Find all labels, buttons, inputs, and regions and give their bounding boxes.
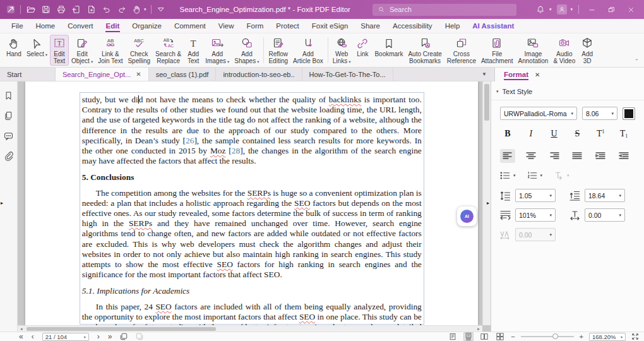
ribbon-edit-object-button[interactable]: EditObject▾: [69, 35, 95, 66]
numbered-list-button[interactable]: ▾: [527, 171, 543, 180]
align-left-button[interactable]: [500, 149, 515, 163]
bell-icon[interactable]: [535, 4, 546, 15]
indent-increase-button[interactable]: [593, 149, 608, 163]
align-center-button[interactable]: [523, 149, 539, 163]
format-panel-close-icon[interactable]: ✕: [535, 71, 540, 78]
redo-icon[interactable]: [116, 4, 127, 15]
scroll-left-icon[interactable]: ◂: [18, 326, 25, 332]
next-page-button[interactable]: ›: [97, 332, 100, 341]
ribbon-edit-text-button[interactable]: TEditText: [50, 35, 69, 66]
fullscreen-icon[interactable]: [631, 333, 639, 340]
attachments-nav-icon[interactable]: [3, 151, 14, 162]
last-page-button[interactable]: »: [108, 332, 112, 341]
ribbon-cross-reference-button[interactable]: CrossReference: [444, 35, 479, 66]
horizontal-scrollbar-thumb[interactable]: [27, 327, 216, 331]
ribbon-add-images-button[interactable]: AddImages▾: [203, 35, 232, 66]
menu-accessibility[interactable]: Accessibility: [386, 19, 439, 33]
ribbon-add-text-button[interactable]: TAddText: [184, 35, 203, 66]
italic-button[interactable]: I: [523, 127, 539, 141]
character-spacing-select[interactable]: 0.00▾: [585, 208, 625, 222]
align-justify-button[interactable]: [569, 149, 585, 163]
tab-close-icon[interactable]: ✕: [136, 71, 141, 78]
export-icon[interactable]: [71, 4, 81, 15]
horizontal-scrollbar[interactable]: ◂ ▸: [18, 325, 482, 332]
hand-tool-icon[interactable]: [131, 4, 142, 15]
ribbon-collapse-icon[interactable]: ⌃: [634, 58, 639, 64]
ribbon-select-button[interactable]: Select▾: [24, 35, 50, 66]
zoom-slider-handle[interactable]: [552, 333, 558, 339]
first-page-button[interactable]: «: [19, 332, 23, 341]
doc-tab-seo-class-1-pdf[interactable]: seo_class (1).pdf: [149, 68, 217, 81]
minimize-button[interactable]: [585, 3, 599, 16]
chevron-down-icon[interactable]: ▾: [144, 7, 146, 12]
subscript-button[interactable]: T1: [616, 127, 631, 141]
ribbon-check-spelling-button[interactable]: ABCCheckSpelling: [125, 35, 153, 66]
doc-tab-search-engine-opt-[interactable]: Search_Engine_Opt...✕: [56, 68, 149, 81]
add-file-icon[interactable]: [86, 4, 97, 15]
section-collapse-icon[interactable]: ▾: [496, 89, 499, 94]
bookmarks-nav-icon[interactable]: [3, 90, 14, 101]
menu-share[interactable]: Share: [354, 19, 386, 33]
quick-access-chevron-icon[interactable]: [156, 4, 167, 15]
menu-ai-assistant[interactable]: AI Assistant: [466, 19, 520, 33]
bold-button[interactable]: B: [500, 127, 515, 141]
comments-nav-icon[interactable]: [3, 131, 14, 141]
bullet-list-button[interactable]: ▾: [500, 171, 516, 180]
tab-list-dropdown-icon[interactable]: ▼: [482, 68, 487, 81]
facing-view-button[interactable]: [479, 332, 489, 341]
ribbon-hand-button[interactable]: Hand: [4, 35, 24, 66]
ribbon-audio-video-button[interactable]: Audio& Video: [551, 35, 578, 66]
continuous-view-button[interactable]: [463, 332, 474, 341]
ai-assistant-floating-button[interactable]: AI: [457, 206, 477, 226]
horizontal-scale-select[interactable]: 101%▾: [515, 208, 556, 222]
ribbon-add-3d-button[interactable]: Add3D: [578, 35, 597, 66]
menu-foxit-esign[interactable]: Foxit eSign: [306, 19, 355, 33]
menu-home[interactable]: Home: [30, 19, 62, 33]
menu-help[interactable]: Help: [439, 19, 467, 33]
citation-link[interactable]: 28: [232, 146, 240, 155]
doc-tab-start[interactable]: Start: [0, 68, 56, 81]
save-icon[interactable]: [40, 4, 51, 15]
pages-nav-icon[interactable]: [3, 111, 14, 121]
document-content[interactable]: study, but we did not have the means to …: [82, 95, 422, 325]
menu-convert[interactable]: Convert: [61, 19, 99, 33]
doc-tab-introduction-to-seo-eb-[interactable]: introduction-to-seo-eb..: [216, 68, 302, 81]
page-number-input[interactable]: 21 / 104▾: [42, 333, 89, 341]
zoom-slider[interactable]: [521, 336, 574, 337]
menu-view[interactable]: View: [212, 19, 241, 33]
menu-file[interactable]: File: [5, 19, 30, 33]
zoom-level-select[interactable]: 168.20%▾: [589, 333, 626, 341]
ribbon-web-links-button[interactable]: WebLinks▾: [330, 35, 354, 66]
print-icon[interactable]: [56, 4, 66, 15]
scroll-right-icon[interactable]: ▸: [475, 326, 482, 332]
underline-button[interactable]: U: [547, 127, 562, 141]
search-input[interactable]: Search: [373, 4, 516, 16]
superscript-button[interactable]: T1: [593, 127, 608, 141]
ribbon-add-shapes-button[interactable]: AddShapes▾: [232, 35, 261, 66]
vertical-scrollbar-thumb[interactable]: [484, 84, 489, 121]
doc-tab-how-to-get-to-the-to-[interactable]: How-To-Get-To-The-To...: [302, 68, 393, 81]
ribbon-image-annotation-button[interactable]: ImageAnnotation: [516, 35, 551, 66]
avatar-chevron-icon[interactable]: ▾: [570, 7, 573, 12]
ribbon-search-replace-button[interactable]: ABACSearch &Replace: [153, 35, 184, 66]
ribbon-file-attachment-button[interactable]: FileAttachment: [479, 35, 516, 66]
ribbon-add-article-box-button[interactable]: AddArticle Box: [290, 35, 326, 66]
prev-page-button[interactable]: ‹: [32, 332, 34, 341]
ribbon-reflow-editing-button[interactable]: ReflowEditing: [266, 35, 290, 66]
strikethrough-button[interactable]: S: [569, 127, 585, 141]
ribbon-auto-create-bookmarks-button[interactable]: Auto CreateBookmarks: [405, 35, 444, 66]
restore-button[interactable]: [604, 3, 618, 16]
font-color-swatch[interactable]: [623, 107, 635, 120]
sidebar-expand-icon[interactable]: ▸: [1, 200, 3, 206]
align-right-button[interactable]: [547, 149, 562, 163]
paragraph-spacing-select[interactable]: 18.64▾: [585, 189, 625, 202]
zoom-out-button[interactable]: −: [511, 333, 515, 340]
zoom-in-button[interactable]: +: [580, 333, 583, 340]
ribbon-bookmark-button[interactable]: Bookmark: [372, 35, 405, 66]
tab-format[interactable]: Format: [504, 69, 528, 80]
menu-organize[interactable]: Organize: [126, 19, 168, 33]
undo-icon[interactable]: [101, 4, 112, 15]
ribbon-link-button[interactable]: Link: [353, 35, 372, 66]
panel-expand-icon[interactable]: ▸: [487, 200, 489, 206]
menu-edit[interactable]: Edit: [100, 19, 126, 33]
